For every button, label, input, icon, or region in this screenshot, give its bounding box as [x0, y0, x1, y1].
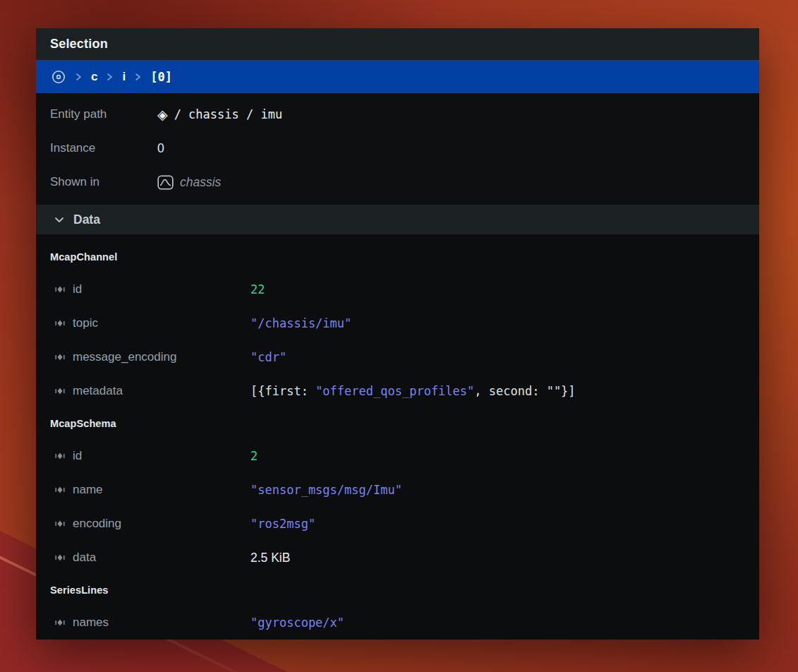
data-row-label[interactable]: topic — [73, 316, 98, 330]
component-icon — [54, 618, 66, 628]
selection-info-section: Entity path◈/ chassis / imuInstance0Show… — [36, 93, 759, 205]
data-row-label-wrap: name — [54, 483, 103, 497]
data-section-body: McapChannelid22topic"/chassis/imu"messag… — [36, 234, 759, 640]
component-icon — [54, 284, 66, 294]
data-row-label[interactable]: data — [73, 551, 96, 565]
value-part-number: 22 — [250, 282, 265, 296]
value-part-string: "/chassis/imu" — [250, 316, 351, 330]
data-row-names: names"gyroscope/x" — [36, 606, 759, 640]
info-row-value[interactable]: chassis — [157, 175, 221, 190]
value-part-plain: , second: ""}] — [474, 384, 575, 398]
info-row-value[interactable]: ◈/ chassis / imu — [157, 107, 282, 121]
panel-title: Selection — [50, 37, 108, 52]
breadcrumb: ci[0] — [36, 60, 759, 93]
component-icon — [54, 485, 66, 495]
data-row-label[interactable]: id — [73, 282, 82, 296]
data-row-label-wrap: topic — [54, 316, 98, 330]
data-row-label[interactable]: message_encoding — [73, 350, 176, 364]
data-row-label[interactable]: id — [73, 449, 82, 463]
data-section-header[interactable]: Data — [36, 205, 759, 234]
data-row-value: "ros2msg" — [250, 517, 315, 531]
info-row-value-text: chassis — [180, 175, 221, 190]
data-row-label-wrap: data — [54, 551, 96, 565]
entity-icon: ◈ — [157, 108, 168, 121]
selection-panel: Selection ci[0] Entity path◈/ chassis / … — [36, 28, 759, 633]
breadcrumb-separator-icon — [135, 73, 141, 81]
data-row-value: "/chassis/imu" — [250, 316, 351, 330]
breadcrumb-separator-icon — [107, 73, 113, 81]
data-row-encoding: encoding"ros2msg" — [36, 507, 759, 541]
timeseries-view-icon — [157, 175, 174, 190]
info-row-value-text: / chassis / imu — [174, 107, 283, 121]
info-row-value-text: 0 — [157, 141, 164, 156]
data-row-label-wrap: id — [54, 449, 82, 463]
info-row-label: Shown in — [50, 175, 99, 189]
group-header-mcapschema: McapSchema — [36, 408, 759, 439]
info-row-label: Instance — [50, 141, 95, 155]
group-header-mcapchannel: McapChannel — [36, 241, 759, 272]
data-row-label[interactable]: names — [73, 616, 109, 630]
value-part-size: 2.5 KiB — [250, 551, 290, 565]
data-row-label-wrap: metadata — [54, 384, 123, 398]
component-icon — [54, 519, 66, 529]
value-part-number: 2 — [250, 449, 258, 463]
data-row-id: id22 — [36, 272, 759, 306]
breadcrumb-item-2[interactable]: [0] — [150, 70, 172, 84]
data-row-label-wrap: id — [54, 282, 82, 296]
data-row-value: 2 — [250, 449, 258, 463]
data-row-metadata: metadata[{first: "offered_qos_profiles",… — [36, 374, 759, 408]
group-name-label: SeriesLines — [50, 584, 109, 596]
data-row-label-wrap: encoding — [54, 517, 121, 531]
value-part-string: "cdr" — [250, 350, 286, 364]
value-part-string: "gyroscope/x" — [250, 616, 344, 630]
info-row-value: 0 — [157, 141, 164, 156]
data-row-id: id2 — [36, 439, 759, 473]
data-section-title: Data — [73, 212, 100, 227]
value-part-string: "sensor_msgs/msg/Imu" — [250, 483, 402, 497]
info-row-instance: Instance0 — [36, 131, 759, 165]
selection-panel-header: Selection — [36, 28, 759, 60]
component-icon — [54, 553, 66, 563]
data-row-message_encoding: message_encoding"cdr" — [36, 340, 759, 374]
data-row-value: [{first: "offered_qos_profiles", second:… — [250, 384, 576, 398]
value-part-plain: [{first: — [250, 384, 315, 398]
data-row-label[interactable]: metadata — [73, 384, 123, 398]
info-row-entity-path: Entity path◈/ chassis / imu — [36, 97, 759, 131]
component-icon — [54, 318, 66, 328]
breadcrumb-item-0[interactable]: c — [91, 70, 97, 84]
data-row-topic: topic"/chassis/imu" — [36, 306, 759, 340]
group-name-label: McapSchema — [50, 418, 116, 429]
info-row-label: Entity path — [50, 107, 107, 121]
data-row-value: 2.5 KiB — [250, 551, 290, 565]
group-name-label: McapChannel — [50, 251, 117, 263]
data-row-value: "gyroscope/x" — [250, 616, 344, 630]
component-icon — [54, 386, 66, 396]
value-part-string: "offered_qos_profiles" — [315, 384, 474, 398]
component-icon — [54, 352, 66, 362]
component-icon — [54, 451, 66, 461]
data-row-label-wrap: names — [54, 616, 109, 630]
data-row-value: 22 — [250, 282, 265, 296]
group-header-serieslines: SeriesLines — [36, 575, 759, 606]
data-row-label[interactable]: encoding — [73, 517, 121, 531]
info-row-shown-in: Shown inchassis — [36, 165, 759, 199]
breadcrumb-separator-icon — [75, 73, 82, 81]
recording-icon[interactable] — [51, 69, 66, 85]
breadcrumb-item-1[interactable]: i — [122, 70, 126, 84]
data-row-value: "sensor_msgs/msg/Imu" — [250, 483, 402, 497]
value-part-string: "ros2msg" — [250, 517, 315, 531]
data-row-label[interactable]: name — [73, 483, 103, 497]
data-row-label-wrap: message_encoding — [54, 350, 176, 364]
data-row-name: name"sensor_msgs/msg/Imu" — [36, 473, 759, 507]
chevron-down-icon — [54, 217, 64, 223]
data-row-data: data2.5 KiB — [36, 541, 759, 575]
data-row-value: "cdr" — [250, 350, 286, 364]
